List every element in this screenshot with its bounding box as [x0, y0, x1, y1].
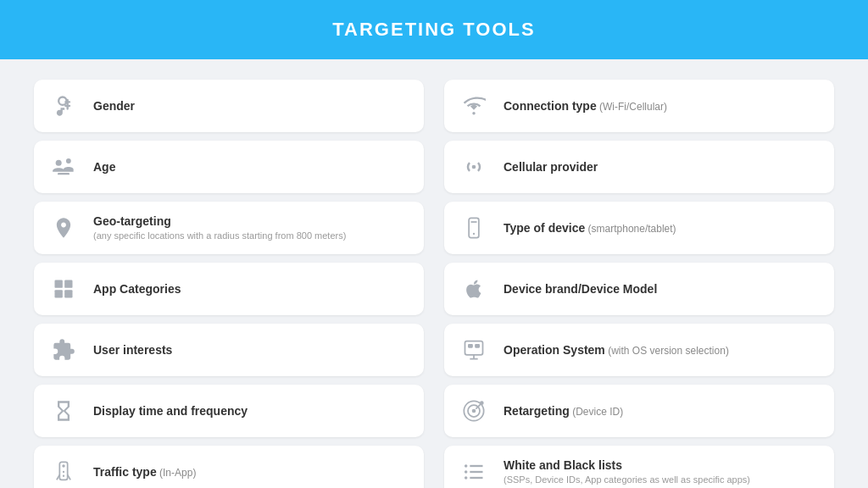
gender-icon — [47, 90, 80, 122]
card-title-connection-type: Connection type (Wi-Fi/Cellular) — [504, 99, 667, 113]
header: TARGETING TOOLS — [0, 0, 868, 59]
cards-grid: GenderConnection type (Wi-Fi/Cellular)Ag… — [0, 59, 868, 488]
card-user-interests: User interests — [34, 324, 424, 376]
card-cellular-provider: Cellular provider — [444, 141, 834, 193]
card-age: Age — [34, 141, 424, 193]
card-title-geo-targeting: Geo-targeting — [93, 214, 346, 228]
card-title-device-brand: Device brand/Device Model — [504, 282, 657, 296]
card-gender: Gender — [34, 80, 424, 132]
traffic-icon — [47, 456, 80, 488]
apple-icon — [458, 273, 490, 305]
card-device-brand: Device brand/Device Model — [444, 263, 834, 315]
card-title-operation-system: Operation System (with OS version select… — [504, 343, 729, 357]
puzzle-icon — [47, 334, 80, 366]
cellular-icon — [458, 151, 490, 183]
svg-rect-2 — [58, 173, 70, 175]
card-text-operation-system: Operation System (with OS version select… — [504, 343, 729, 357]
wifi-icon — [458, 90, 490, 122]
svg-point-24 — [465, 464, 468, 468]
svg-rect-12 — [475, 344, 480, 348]
card-text-geo-targeting: Geo-targeting(any specific locations wit… — [93, 214, 346, 241]
svg-point-25 — [465, 470, 468, 474]
device-icon — [458, 212, 490, 244]
card-connection-type: Connection type (Wi-Fi/Cellular) — [444, 80, 834, 132]
card-title-type-of-device: Type of device (smartphone/tablet) — [504, 221, 676, 235]
target-icon — [458, 395, 490, 427]
card-text-traffic-type: Traffic type (In-App) — [93, 465, 196, 479]
os-icon — [458, 334, 490, 366]
svg-point-1 — [66, 158, 71, 164]
card-title-traffic-type: Traffic type (In-App) — [93, 465, 196, 479]
card-operation-system: Operation System (with OS version select… — [444, 324, 834, 376]
card-type-of-device: Type of device (smartphone/tablet) — [444, 202, 834, 254]
card-title-retargeting: Retargeting (Device ID) — [504, 404, 623, 418]
hourglass-icon — [47, 395, 80, 427]
card-subtitle-geo-targeting: (any specific locations with a radius st… — [93, 230, 346, 241]
card-traffic-type: Traffic type (In-App) — [34, 446, 424, 488]
svg-rect-10 — [465, 341, 483, 355]
card-text-device-brand: Device brand/Device Model — [504, 282, 657, 296]
svg-point-26 — [465, 476, 468, 480]
age-icon — [47, 151, 80, 183]
svg-rect-7 — [64, 280, 72, 288]
card-title-user-interests: User interests — [93, 343, 172, 357]
card-text-retargeting: Retargeting (Device ID) — [504, 404, 623, 418]
svg-rect-8 — [55, 290, 63, 297]
card-text-white-black-lists: White and Black lists(SSPs, Device IDs, … — [504, 458, 750, 485]
card-text-display-time: Display time and frequency — [93, 404, 248, 418]
card-text-connection-type: Connection type (Wi-Fi/Cellular) — [504, 99, 667, 113]
svg-point-20 — [63, 475, 64, 477]
svg-point-15 — [472, 409, 476, 413]
svg-point-0 — [56, 160, 62, 166]
card-title-gender: Gender — [93, 99, 135, 113]
svg-point-18 — [62, 464, 65, 468]
card-title-app-categories: App Categories — [93, 282, 181, 296]
card-text-age: Age — [93, 160, 115, 174]
card-display-time: Display time and frequency — [34, 385, 424, 437]
svg-point-19 — [63, 471, 64, 473]
geo-icon — [47, 212, 80, 244]
svg-point-4 — [473, 233, 475, 235]
card-text-app-categories: App Categories — [93, 282, 181, 296]
card-title-cellular-provider: Cellular provider — [504, 160, 598, 174]
card-subtitle-white-black-lists: (SSPs, Device IDs, App categories as wel… — [504, 474, 750, 485]
card-text-cellular-provider: Cellular provider — [504, 160, 598, 174]
card-title-white-black-lists: White and Black lists — [504, 458, 750, 472]
card-white-black-lists: White and Black lists(SSPs, Device IDs, … — [444, 446, 834, 488]
card-text-user-interests: User interests — [93, 343, 172, 357]
svg-rect-9 — [64, 290, 72, 297]
card-text-gender: Gender — [93, 99, 135, 113]
list-icon — [458, 456, 490, 488]
app-icon — [47, 273, 80, 305]
svg-rect-6 — [55, 280, 63, 288]
page-title: TARGETING TOOLS — [0, 19, 868, 41]
card-title-age: Age — [93, 160, 115, 174]
card-text-type-of-device: Type of device (smartphone/tablet) — [504, 221, 676, 235]
card-retargeting: Retargeting (Device ID) — [444, 385, 834, 437]
card-app-categories: App Categories — [34, 263, 424, 315]
svg-rect-11 — [468, 344, 473, 348]
card-title-display-time: Display time and frequency — [93, 404, 248, 418]
card-geo-targeting: Geo-targeting(any specific locations wit… — [34, 202, 424, 254]
